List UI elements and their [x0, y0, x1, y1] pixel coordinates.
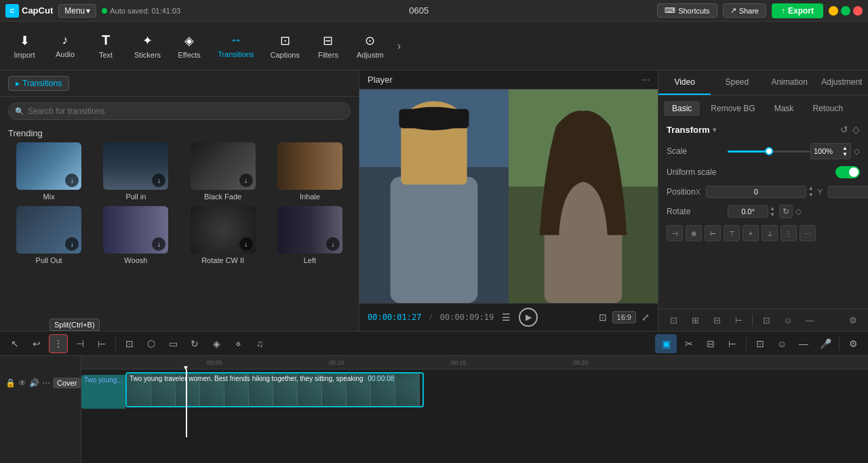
transition-mix[interactable]: ↓ Mix	[8, 142, 90, 201]
player-menu-icon[interactable]: ⋯	[642, 75, 650, 85]
download-icon[interactable]: ↓	[239, 174, 253, 187]
tool-text[interactable]: T Text	[87, 28, 125, 63]
rotate-up[interactable]: ▲	[770, 205, 775, 212]
section-tag[interactable]: Transitions	[8, 76, 69, 91]
scale-keyframe-icon[interactable]: ◇	[854, 146, 860, 156]
tl-link-btn[interactable]: ⊢	[723, 334, 742, 353]
main-video-clip[interactable]: Two young traveler women. Best friends h…	[125, 372, 424, 407]
reset-icon[interactable]: ↺	[840, 124, 848, 135]
rotate-cw-button[interactable]: ↻	[779, 205, 793, 218]
cover-button[interactable]: Cover	[53, 378, 81, 388]
shield-button[interactable]: ⬡	[142, 334, 161, 353]
rotate-keyframe-icon[interactable]: ◇	[795, 207, 802, 216]
subtab-mask[interactable]: Mask	[766, 101, 802, 116]
align-right-button[interactable]: ⊢	[705, 225, 721, 241]
align-top-button[interactable]: ⊤	[724, 225, 740, 241]
maximize-button[interactable]	[841, 6, 850, 16]
download-icon[interactable]: ↓	[239, 237, 253, 251]
download-icon[interactable]: ↓	[152, 237, 165, 251]
export-button[interactable]: ↑ Export	[772, 3, 823, 18]
scale-stepper[interactable]: ▲ ▼	[842, 145, 848, 157]
tab-animation[interactable]: Animation	[764, 71, 816, 95]
tool-captions[interactable]: ⊡ Captions	[264, 29, 307, 63]
frame-button[interactable]: ▭	[163, 334, 182, 353]
align-center-h-button[interactable]: ⊕	[686, 225, 702, 241]
distribute-h-button[interactable]: ⋮	[781, 225, 797, 241]
cutout-button[interactable]: ⋄	[229, 334, 248, 353]
subtab-retouch[interactable]: Retouch	[804, 101, 851, 116]
rp-btn-2[interactable]: ⊞	[686, 312, 705, 328]
tab-adjustment[interactable]: Adjustment	[816, 71, 868, 95]
mic-button[interactable]: 🎤	[816, 334, 835, 353]
transition-pullin[interactable]: ↓ Pull in	[95, 142, 176, 201]
screenshot-icon[interactable]: ⊡	[599, 312, 607, 323]
toolbar-more-button[interactable]: ›	[393, 36, 405, 56]
color-button[interactable]: ◈	[207, 334, 226, 353]
x-down[interactable]: ▼	[808, 192, 814, 199]
tl-emoji-btn[interactable]: ☺	[772, 334, 791, 353]
position-y-input[interactable]	[828, 186, 868, 198]
rp-settings-button[interactable]: ⚙	[844, 312, 863, 328]
tool-transitions[interactable]: ↔ Transitions	[211, 29, 260, 62]
list-icon[interactable]: ☰	[502, 312, 511, 323]
scale-down[interactable]: ▼	[842, 151, 848, 157]
x-up[interactable]: ▲	[808, 185, 814, 192]
tool-adjustm[interactable]: ⊙ Adjustm	[350, 29, 391, 63]
search-input[interactable]	[8, 102, 351, 120]
more-icon[interactable]: ⋯	[42, 378, 50, 388]
subtab-removebg[interactable]: Remove BG	[703, 101, 763, 116]
tool-audio[interactable]: ♪ Audio	[46, 29, 84, 62]
tl-subtitle-btn[interactable]: ⊡	[751, 334, 770, 353]
fullscreen-icon[interactable]: ⤢	[642, 312, 650, 323]
crop-button[interactable]: ⊡	[120, 334, 139, 353]
transition-pullout[interactable]: ↓ Pull Out	[8, 206, 90, 264]
undo-button[interactable]: ↩	[27, 334, 46, 353]
tl-cut-btn[interactable]: ✂	[679, 334, 698, 353]
download-icon[interactable]: ↓	[65, 237, 79, 251]
transition-woosh[interactable]: ↓ Woosh	[95, 206, 176, 264]
trim-right-button[interactable]: ⊢	[92, 334, 111, 353]
rotate-down[interactable]: ▼	[770, 212, 775, 218]
eye-icon[interactable]: 👁	[18, 378, 26, 388]
playhead[interactable]	[186, 369, 187, 437]
distribute-v-button[interactable]: ⋯	[800, 225, 816, 241]
rp-btn-1[interactable]: ⊡	[664, 312, 683, 328]
tool-import[interactable]: ⬇ Import	[5, 29, 43, 63]
rp-btn-4[interactable]: ⊢	[729, 312, 748, 328]
rp-btn-7[interactable]: —	[800, 312, 819, 328]
scale-up[interactable]: ▲	[842, 145, 848, 151]
transition-rotatecw[interactable]: ↓ Rotate CW II	[182, 206, 264, 264]
tl-minus-btn[interactable]: —	[794, 334, 813, 353]
tl-trim-btn[interactable]: ⊟	[701, 334, 720, 353]
audio-tl-button[interactable]: ♫	[250, 334, 269, 353]
pre-clip[interactable]: Two young...	[81, 375, 125, 409]
tl-video-clip-btn[interactable]: ▣	[655, 334, 677, 353]
scale-slider[interactable]	[728, 146, 810, 157]
transition-blackfade[interactable]: ↓ Black Fade	[182, 142, 264, 201]
shortcuts-button[interactable]: ⌨ Shortcuts	[657, 3, 717, 18]
align-bottom-button[interactable]: ⊥	[762, 225, 778, 241]
align-left-button[interactable]: ⊣	[667, 225, 683, 241]
download-icon[interactable]: ↓	[326, 237, 340, 251]
select-tool-button[interactable]: ↖	[5, 334, 24, 353]
transition-left[interactable]: ↓ Left	[269, 206, 351, 264]
tab-speed[interactable]: Speed	[711, 71, 763, 95]
trim-arrow-right[interactable]: →	[403, 401, 416, 407]
uniform-scale-toggle[interactable]	[835, 166, 860, 178]
tab-video[interactable]: Video	[658, 71, 711, 95]
subtab-basic[interactable]: Basic	[664, 101, 700, 116]
scale-thumb[interactable]	[765, 147, 773, 155]
rotate-input[interactable]	[728, 205, 768, 218]
loop-button[interactable]: ↻	[185, 334, 204, 353]
volume-icon[interactable]: 🔊	[29, 378, 39, 388]
rp-btn-6[interactable]: ☺	[778, 312, 797, 328]
tool-effects[interactable]: ◈ Effects	[170, 29, 208, 63]
position-x-input[interactable]	[706, 186, 806, 198]
rp-btn-5[interactable]: ⊡	[757, 312, 776, 328]
align-center-v-button[interactable]: +	[743, 225, 759, 241]
play-button[interactable]: ▶	[519, 308, 538, 327]
menu-button[interactable]: Menu ▾	[58, 4, 96, 18]
close-button[interactable]	[853, 6, 863, 16]
split-button[interactable]: ⋮ Split(Ctrl+B)	[49, 334, 68, 353]
download-icon[interactable]: ↓	[65, 174, 79, 187]
